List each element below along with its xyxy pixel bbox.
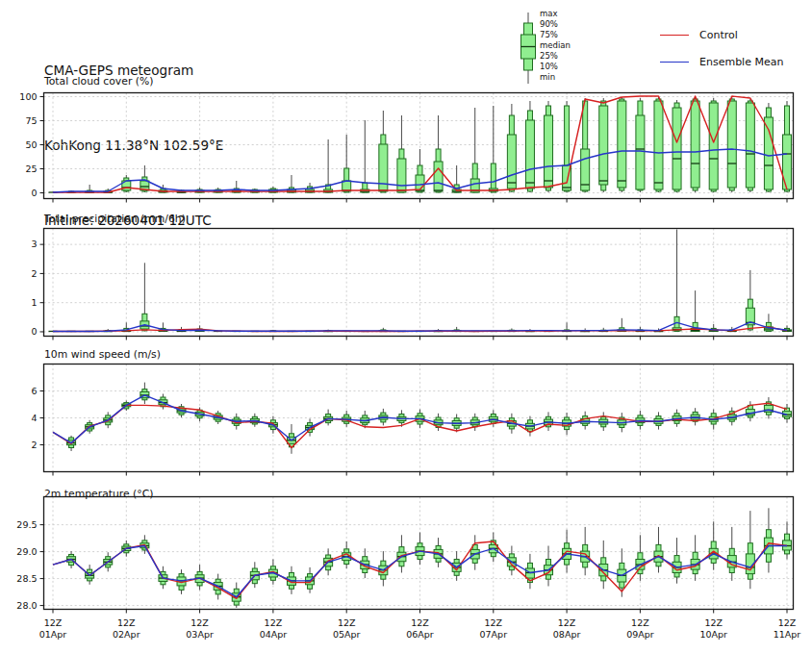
svg-text:1: 1 — [31, 297, 37, 308]
svg-text:12Z: 12Z — [411, 617, 429, 628]
svg-text:75: 75 — [25, 115, 37, 126]
svg-text:03Apr: 03Apr — [186, 629, 214, 640]
svg-text:10Apr: 10Apr — [699, 629, 727, 640]
svg-text:0: 0 — [31, 326, 37, 337]
svg-text:12Z: 12Z — [631, 617, 649, 628]
svg-text:12Z: 12Z — [338, 617, 356, 628]
svg-text:02Apr: 02Apr — [113, 629, 140, 640]
boxplot-legend-labels: max 90% 75% median 25% 10% min — [540, 9, 571, 83]
legend-label-p75: 75% — [540, 30, 571, 40]
line-legend: Control Ensemble Mean — [660, 21, 783, 75]
control-line-label: Control — [699, 29, 738, 41]
legend-label-p90: 90% — [540, 19, 571, 30]
legend-label-p25: 25% — [540, 51, 571, 62]
svg-text:2: 2 — [31, 268, 37, 279]
svg-text:12Z: 12Z — [484, 617, 502, 628]
svg-text:0: 0 — [31, 188, 37, 198]
svg-text:12Z: 12Z — [704, 617, 723, 628]
cloud-cover-plot: 0255075100 — [0, 92, 812, 206]
legend-label-p10: 10% — [540, 62, 571, 72]
svg-text:29.0: 29.0 — [16, 546, 37, 557]
legend-entry-ensemble-mean: Ensemble Mean — [660, 48, 783, 75]
svg-text:07Apr: 07Apr — [480, 629, 508, 640]
svg-text:100: 100 — [19, 91, 37, 102]
svg-text:12Z: 12Z — [117, 617, 136, 628]
svg-text:12Z: 12Z — [190, 617, 209, 628]
svg-text:12Z: 12Z — [44, 617, 63, 628]
svg-text:28.5: 28.5 — [16, 573, 37, 584]
svg-text:11Apr: 11Apr — [774, 629, 801, 640]
svg-text:3: 3 — [31, 239, 37, 249]
svg-text:12Z: 12Z — [778, 617, 797, 628]
meteogram-page: CMA-GEPS meteogram KohKong 11.38°N 102.5… — [0, 0, 812, 654]
ensemble-mean-line-swatch — [660, 62, 689, 63]
svg-text:04Apr: 04Apr — [260, 629, 288, 640]
svg-text:50: 50 — [25, 139, 37, 150]
svg-text:29.5: 29.5 — [16, 519, 37, 530]
panel-title-cloud-cover: Total cloud cover (%) — [44, 75, 153, 88]
svg-text:08Apr: 08Apr — [553, 629, 581, 640]
panel-title-wind-speed: 10m wind speed (m/s) — [44, 348, 161, 361]
control-line-swatch — [660, 35, 689, 36]
legend-label-max: max — [540, 9, 571, 19]
panel-title-precipitation: Total precipitation (mm/6h) — [44, 213, 186, 225]
legend-label-min: min — [540, 72, 571, 83]
svg-text:25: 25 — [25, 164, 37, 174]
svg-text:12Z: 12Z — [265, 617, 283, 628]
svg-text:01Apr: 01Apr — [39, 629, 67, 640]
precipitation-plot: 0123 — [0, 228, 812, 343]
wind-speed-plot: 246 — [0, 364, 812, 479]
ensemble-mean-line-label: Ensemble Mean — [699, 56, 783, 68]
legend-entry-control: Control — [660, 21, 783, 48]
svg-text:28.0: 28.0 — [16, 600, 37, 611]
svg-text:06Apr: 06Apr — [406, 629, 434, 640]
svg-text:4: 4 — [31, 413, 37, 423]
svg-text:09Apr: 09Apr — [626, 629, 654, 640]
svg-text:12Z: 12Z — [558, 617, 576, 628]
legend-label-median: median — [540, 40, 571, 51]
temperature-plot: 28.028.529.029.512Z01Apr12Z02Apr12Z03Apr… — [0, 496, 812, 650]
svg-text:6: 6 — [31, 386, 37, 396]
svg-text:05Apr: 05Apr — [333, 629, 361, 640]
svg-text:2: 2 — [31, 440, 37, 450]
